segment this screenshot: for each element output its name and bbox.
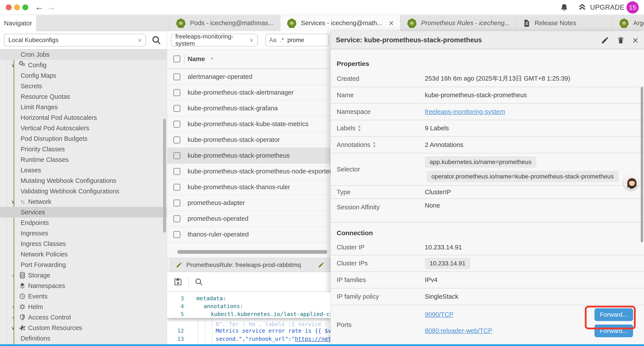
row-checkbox[interactable]	[174, 231, 180, 238]
regex-toggle[interactable]: .*	[280, 37, 284, 43]
table-row[interactable]: kube-prometheus-stack-kube-state-metrics	[167, 116, 330, 132]
sidebar-item-events[interactable]: Events	[0, 291, 167, 302]
chevron-down-icon[interactable]: ∨	[10, 325, 16, 331]
row-checkbox[interactable]	[174, 200, 180, 207]
sidebar-item-mutating-webhook-configurations[interactable]: Mutating Webhook Configurations	[0, 175, 167, 186]
navigator-panel-tab[interactable]: Navigator	[0, 15, 36, 31]
sidebar-item-validating-webhook-configurations[interactable]: Validating Webhook Configurations	[0, 186, 167, 196]
save-button[interactable]	[174, 277, 182, 287]
sidebar-item-custom-resources[interactable]: ∨Custom Resources	[0, 323, 167, 333]
tab-argo[interactable]: Argo Se	[613, 15, 644, 31]
sidebar-item-config[interactable]: ∨⚙⚙Config	[0, 60, 167, 70]
annotation-red-box	[585, 306, 636, 329]
sidebar-item-definitions[interactable]: Definitions	[0, 333, 167, 344]
filter-search-input[interactable]: Aa .* prome	[265, 34, 329, 46]
row-checkbox[interactable]	[174, 184, 180, 191]
row-checkbox[interactable]	[174, 168, 180, 175]
search-icon[interactable]	[151, 35, 161, 45]
notification-count-badge[interactable]: 15	[626, 1, 639, 13]
chevron-right-icon[interactable]: ›	[10, 272, 16, 279]
sidebar-item-leases[interactable]: Leases	[0, 165, 167, 175]
sidebar-item-secrets[interactable]: Secrets	[0, 81, 167, 91]
table-row[interactable]: prometheus-operated	[167, 211, 330, 227]
namespace-link[interactable]: freeleaps-monitoring-system	[425, 108, 505, 115]
tab-prometheus[interactable]: Prometheus Rules - icecheng...	[400, 15, 517, 31]
chevron-down-icon: ∨	[138, 37, 142, 43]
close-tab-icon[interactable]: ×	[389, 20, 394, 26]
sidebar-item-access-control[interactable]: ›Access Control	[0, 312, 167, 323]
notifications-bell-icon[interactable]	[560, 3, 569, 13]
edit-pencil-button[interactable]	[601, 36, 609, 44]
row-checkbox[interactable]	[174, 121, 180, 128]
sidebar-item-config-maps[interactable]: Config Maps	[0, 70, 167, 81]
match-case-toggle[interactable]: Aa	[269, 37, 276, 43]
sidebar-scrollbar[interactable]	[163, 119, 166, 233]
zoom-window-button[interactable]	[22, 4, 28, 10]
select-all-checkbox[interactable]	[174, 55, 180, 62]
sidebar-item-label: Ingress Classes	[0, 240, 66, 248]
sidebar-item-cron-jobs[interactable]: Cron Jobs	[0, 49, 167, 60]
yaml-code-view[interactable]: 0", for : hm , labels :{ service : 12Met…	[167, 292, 330, 344]
table-row[interactable]: alertmanager-operated	[167, 69, 330, 85]
sidebar-item-ingresses[interactable]: Ingresses	[0, 228, 167, 239]
sidebar-item-limit-ranges[interactable]: Limit Ranges	[0, 102, 167, 112]
row-checkbox[interactable]	[174, 215, 180, 222]
sidebar-item-runtime-classes[interactable]: Runtime Classes	[0, 154, 167, 165]
back-icon[interactable]: ←	[35, 2, 44, 12]
table-row[interactable]: kube-prometheus-stack-prometheus-node-ex…	[167, 164, 330, 179]
table-row[interactable]: thanos-ruler-operated	[167, 227, 330, 242]
expand-collapse-icon[interactable]: ∧∨	[373, 142, 376, 148]
sidebar-item-pod-disruption-budgets[interactable]: Pod Disruption Budgets	[0, 133, 167, 144]
port-link[interactable]: 9090/TCP	[425, 311, 454, 318]
forward-icon[interactable]: →	[46, 2, 56, 12]
table-row[interactable]: kube-prometheus-stack-operator	[167, 132, 330, 148]
sidebar-item-endpoints[interactable]: Endpoints	[0, 217, 167, 228]
sidebar-item-storage[interactable]: ›Storage	[0, 270, 167, 281]
row-checkbox[interactable]	[174, 105, 180, 112]
tab-pods[interactable]: Pods - icecheng@mathmas...	[170, 15, 280, 31]
editor-tab-partial[interactable]	[312, 258, 330, 272]
sidebar-item-resource-quotas[interactable]: Resource Quotas	[0, 91, 167, 102]
sidebar-item-vertical-pod-autoscalers[interactable]: Vertical Pod Autoscalers	[0, 123, 167, 133]
namespace-select[interactable]: freeleaps-monitoring-system ∨	[171, 34, 258, 46]
table-row[interactable]: kube-prometheus-stack-prometheus	[167, 148, 330, 164]
table-row[interactable]: kube-prometheus-stack-grafana	[167, 100, 330, 116]
row-checkbox[interactable]	[174, 136, 180, 143]
table-row[interactable]: kube-prometheus-stack-thanos-ruler	[167, 179, 330, 195]
sidebar-item-priority-classes[interactable]: Priority Classes	[0, 144, 167, 154]
close-icon[interactable]: ×	[632, 36, 638, 44]
sidebar-item-helm[interactable]: ›Helm	[0, 302, 167, 312]
delete-trash-button[interactable]	[616, 36, 625, 44]
code-indent-guide	[198, 318, 198, 344]
detail-scrollbar[interactable]	[641, 87, 643, 242]
row-checkbox[interactable]	[174, 89, 180, 96]
sidebar-item-horizontal-pod-autoscalers[interactable]: Horizontal Pod Autoscalers	[0, 112, 167, 123]
table-horizontal-scrollbar[interactable]	[177, 250, 327, 254]
row-checkbox[interactable]	[174, 152, 180, 159]
avatar[interactable]	[624, 175, 638, 190]
table-row[interactable]: prometheus-adapter	[167, 195, 330, 211]
sidebar-item-network-policies[interactable]: Network Policies	[0, 249, 167, 260]
sidebar-item-namespaces[interactable]: Namespaces	[0, 281, 167, 291]
chevron-right-icon[interactable]: ›	[10, 314, 16, 321]
chevron-right-icon[interactable]: ›	[10, 304, 16, 310]
tab-release[interactable]: Release Notes	[517, 15, 613, 31]
tab-services[interactable]: Services - icecheng@math...×	[280, 15, 400, 31]
upgrade-button[interactable]: UPGRADE	[577, 3, 624, 12]
sidebar-item-services[interactable]: Services	[0, 207, 167, 217]
chevron-down-icon[interactable]: ∨	[10, 62, 16, 68]
editor-tab-prometheusrule[interactable]: PrometheusRule: freeleaps-prod-rabbitmq	[170, 258, 312, 272]
close-window-button[interactable]	[6, 4, 12, 10]
table-row[interactable]: kube-prometheus-stack-alertmanager	[167, 85, 330, 100]
row-checkbox[interactable]	[174, 73, 180, 80]
sidebar-item-network[interactable]: ∨↑↓Network	[0, 196, 167, 207]
sidebar-item-ingress-classes[interactable]: Ingress Classes	[0, 239, 167, 249]
editor-search-button[interactable]	[194, 278, 203, 286]
minimize-window-button[interactable]	[14, 4, 20, 10]
expand-collapse-icon[interactable]: ∧∨	[358, 125, 360, 131]
kubeconfig-source-select[interactable]: Local Kubeconfigs ∨	[4, 34, 146, 46]
chevron-down-icon[interactable]: ∨	[10, 198, 16, 205]
sidebar-item-port-forwarding[interactable]: Port Forwarding	[0, 260, 167, 270]
code-link[interactable]: https://net	[295, 336, 330, 342]
port-link[interactable]: 8080:reloader-web/TCP	[425, 327, 492, 335]
